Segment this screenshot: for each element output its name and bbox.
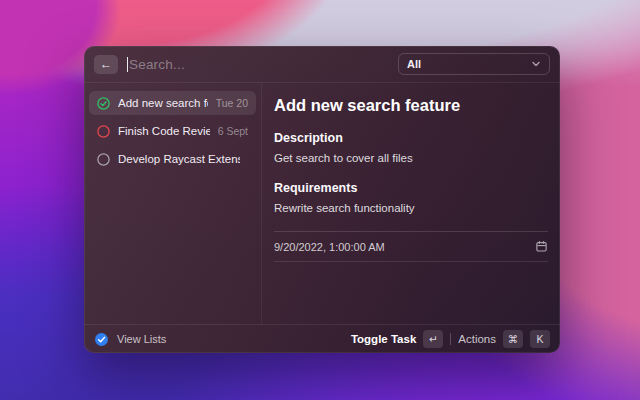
task-row[interactable]: Add new search feature Tue 20 [89,91,256,115]
search-header: ← Search... All [84,46,560,83]
task-row[interactable]: Develop Raycast Extension [89,147,256,171]
task-status-open-icon[interactable] [97,125,110,138]
actions-button[interactable]: Actions [458,333,496,345]
chevron-down-icon [531,59,541,69]
text-caret [127,57,128,72]
task-label: Finish Code Reviews [118,125,210,137]
search-placeholder: Search... [129,57,185,72]
task-label: Add new search feature [118,97,208,109]
view-lists-button[interactable]: View Lists [94,332,166,347]
action-bar: View Lists Toggle Task ↵ Actions ⌘ K [84,324,560,353]
detail-section: Requirements Rewrite search functionalit… [274,181,548,214]
due-date-field[interactable]: 9/20/2022, 1:00:00 AM [274,231,548,262]
view-lists-label: View Lists [117,333,166,345]
filter-dropdown-value: All [407,58,421,70]
section-heading: Requirements [274,181,548,195]
task-date: 6 Sept [218,125,248,137]
task-row[interactable]: Finish Code Reviews 6 Sept [89,119,256,143]
window-body: Add new search feature Tue 20 Finish Cod… [84,83,560,324]
section-body: Get search to cover all files [274,152,548,164]
view-lists-icon [94,332,109,347]
task-status-done-icon[interactable] [97,97,110,110]
filter-dropdown[interactable]: All [398,53,550,75]
calendar-icon[interactable] [535,240,548,253]
task-status-open-icon[interactable] [97,153,110,166]
footer-divider [450,333,451,345]
section-body: Rewrite search functionality [274,202,548,214]
return-key-badge: ↵ [423,330,443,348]
command-key-badge: ⌘ [503,330,523,348]
search-input[interactable]: Search... [127,57,389,72]
task-label: Develop Raycast Extension [118,153,240,165]
task-list: Add new search feature Tue 20 Finish Cod… [84,83,262,324]
task-detail-panel: Add new search feature Description Get s… [262,83,560,324]
due-date-value: 9/20/2022, 1:00:00 AM [274,241,385,253]
arrow-left-icon: ← [100,57,112,71]
back-button[interactable]: ← [94,55,118,74]
section-heading: Description [274,131,548,145]
detail-title: Add new search feature [274,96,548,115]
detail-section: Description Get search to cover all file… [274,131,548,164]
task-date: Tue 20 [216,97,248,109]
toggle-task-button[interactable]: Toggle Task [351,333,416,345]
k-key-badge: K [530,330,550,348]
raycast-window: ← Search... All Add new search feature T… [84,46,560,353]
footer-actions: Toggle Task ↵ Actions ⌘ K [351,330,550,348]
